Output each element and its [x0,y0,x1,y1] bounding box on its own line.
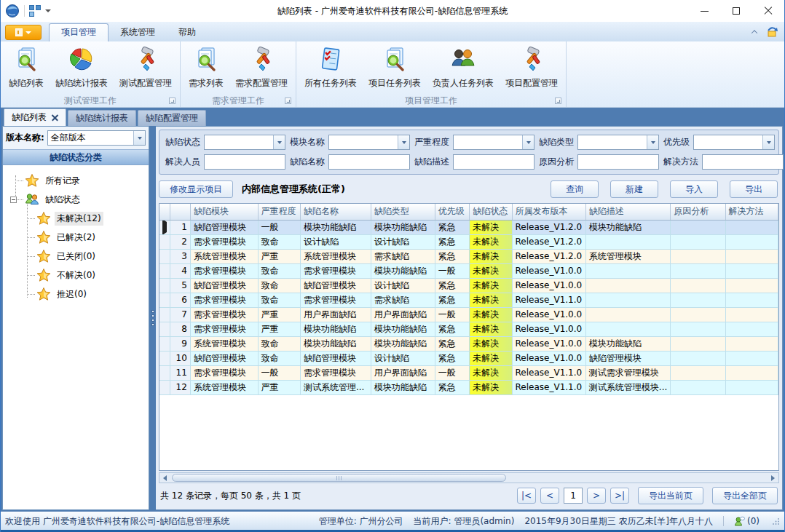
horizontal-scrollbar[interactable] [159,472,779,483]
cell-11-4[interactable]: 一般 [435,365,469,380]
filter-select-r1-4[interactable] [693,135,775,150]
cell-10-1[interactable]: 致命 [258,351,300,365]
cell-12-9[interactable] [725,380,778,394]
ribbon-button-0-2[interactable]: 测试配置管理 [114,44,177,92]
column-header-4[interactable]: 优先级 [435,204,469,220]
tree-item-3[interactable]: 已解决(2) [3,228,149,247]
cell-8-9[interactable] [725,322,778,336]
column-header-6[interactable]: 所属发布版本 [512,204,585,220]
cell-3-8[interactable] [671,249,725,263]
cell-4-6[interactable]: Release_V1.0.0 [512,263,585,278]
filter-select-r1-3[interactable] [577,135,659,150]
ribbon-button-1-0[interactable]: 需求列表 [184,44,229,92]
cell-8-7[interactable] [585,322,670,336]
cell-9-2[interactable]: 模块功能缺陷 [300,336,371,351]
close-button[interactable] [752,0,784,22]
cell-3-1[interactable]: 严重 [258,249,300,263]
row-selector-cell[interactable] [159,322,170,336]
cell-3-9[interactable] [725,249,778,263]
table-row-9[interactable]: 9系统管理模块致命模块功能缺陷模块功能缺陷紧急未解决Release_V1.0.0… [159,336,778,351]
cell-10-2[interactable]: 缺陷管理模块 [300,351,371,365]
row-selector-cell[interactable] [159,307,170,322]
cell-8-0[interactable]: 需求管理模块 [190,322,258,336]
cell-7-0[interactable]: 需求管理模块 [190,307,258,322]
export-button[interactable]: 导出 [730,180,778,198]
row-selector-cell[interactable] [159,293,170,307]
row-selector-cell[interactable] [159,220,170,234]
cell-11-9[interactable] [725,365,778,380]
column-header-9[interactable]: 解决方法 [725,204,778,220]
ribbon-button-1-1[interactable]: 需求配置管理 [230,44,293,92]
cell-4-9[interactable] [725,263,778,278]
cell-9-7[interactable]: 模块功能缺陷 [585,336,670,351]
ribbon-tab-2[interactable]: 帮助 [167,24,208,41]
tree-item-6[interactable]: 推迟(0) [3,285,149,303]
cell-12-6[interactable]: Release_V1.1.0 [512,380,585,394]
dropdown-arrow-icon[interactable] [133,131,145,145]
import-button[interactable]: 导入 [670,180,718,198]
cell-4-1[interactable]: 致命 [258,263,300,278]
column-header-0[interactable]: 缺陷模块 [190,204,258,220]
cell-1-7[interactable]: 模块功能缺陷 [585,220,670,234]
column-header-5[interactable]: 缺陷状态 [470,204,512,220]
cell-2-8[interactable] [671,234,725,249]
cell-2-7[interactable] [585,234,670,249]
cell-1-5[interactable]: 未解决 [470,220,512,234]
cell-12-5[interactable]: 未解决 [470,380,512,394]
first-page-button[interactable]: |< [517,488,536,504]
cell-7-4[interactable]: 一般 [435,307,469,322]
cell-1-1[interactable]: 一般 [258,220,300,234]
dropdown-arrow-icon[interactable] [647,135,658,149]
cell-3-3[interactable]: 需求缺陷 [371,249,435,263]
modify-columns-button[interactable]: 修改显示项目 [159,180,233,198]
cell-6-7[interactable] [585,293,670,307]
filter-input[interactable] [329,135,398,149]
new-button[interactable]: 新建 [610,180,658,198]
tab-close-icon[interactable] [52,114,58,121]
query-button[interactable]: 查询 [551,180,599,198]
online-users-icon[interactable] [734,516,745,527]
column-header-7[interactable]: 缺陷描述 [585,204,670,220]
export-all-pages-button[interactable]: 导出全部页 [712,487,778,504]
cell-5-8[interactable] [671,278,725,293]
cell-4-3[interactable]: 模块功能缺陷 [371,263,435,278]
cell-5-9[interactable] [725,278,778,293]
cell-4-0[interactable]: 需求管理模块 [190,263,258,278]
cell-7-8[interactable] [671,307,725,322]
filter-input-r2-0[interactable] [204,154,285,170]
filter-input[interactable] [578,135,647,149]
cell-3-0[interactable]: 系统管理模块 [190,249,258,263]
tree-item-0[interactable]: 所有记录 [3,171,149,190]
column-header-2[interactable]: 缺陷名称 [300,204,371,220]
cell-11-5[interactable]: 未解决 [470,365,512,380]
cell-8-2[interactable]: 模块功能缺陷 [300,322,371,336]
cell-12-4[interactable]: 紧急 [435,380,469,394]
cell-6-9[interactable] [725,293,778,307]
filter-input-r2-3[interactable] [577,154,659,170]
row-selector-cell[interactable] [159,351,170,365]
column-header-1[interactable]: 严重程度 [258,204,300,220]
cell-1-3[interactable]: 模块功能缺陷 [371,220,435,234]
cell-10-3[interactable]: 设计缺陷 [371,351,435,365]
filter-input[interactable] [454,135,522,149]
filter-select-r1-0[interactable] [204,135,285,150]
cell-7-9[interactable] [725,307,778,322]
cell-6-5[interactable]: 未解决 [470,293,512,307]
cell-9-4[interactable]: 紧急 [435,336,469,351]
row-selector-cell[interactable] [159,380,170,394]
cell-4-4[interactable]: 一般 [435,263,469,278]
export-current-page-button[interactable]: 导出当前页 [638,487,703,504]
filter-input[interactable] [703,155,783,169]
cell-12-2[interactable]: 测试系统管理... [300,380,371,394]
table-row-4[interactable]: 4需求管理模块致命需求管理模块模块功能缺陷一般未解决Release_V1.0.0 [159,263,778,278]
table-row-7[interactable]: 7需求管理模块严重用户界面缺陷用户界面缺陷一般未解决Release_V1.0.0 [159,307,778,322]
cell-2-5[interactable]: 未解决 [470,234,512,249]
cell-12-0[interactable]: 系统管理模块 [190,380,258,394]
ribbon-button-0-0[interactable]: 缺陷列表 [4,44,49,92]
tree-item-5[interactable]: 不解决(0) [3,266,149,285]
cell-8-1[interactable]: 严重 [258,322,300,336]
page-number-input[interactable] [564,488,583,504]
dropdown-arrow-icon[interactable] [398,135,409,149]
filter-input[interactable] [205,135,273,149]
filter-select-r1-2[interactable] [453,135,534,150]
